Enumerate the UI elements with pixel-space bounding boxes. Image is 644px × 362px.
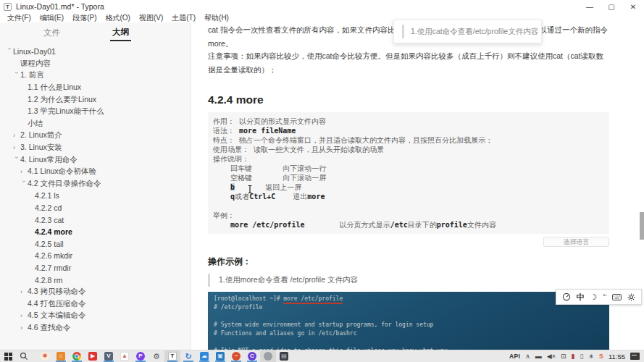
keyboard-icon[interactable]	[612, 294, 622, 300]
outline-item[interactable]: 4.2.3 cat	[0, 214, 191, 226]
close-button[interactable]: ✕	[622, 0, 644, 13]
tray-volume-muted-icon[interactable]: ◀×	[547, 353, 556, 360]
menu-item[interactable]: 文件(F)	[3, 13, 35, 23]
punctuation-mode-icon[interactable]: °’	[603, 293, 607, 300]
tray-display-icon[interactable]: ⊡	[561, 353, 566, 360]
outline-item[interactable]: 4.2.4 more	[0, 226, 191, 238]
menu-item[interactable]: 帮助(H)	[200, 13, 233, 23]
outline-item[interactable]: ›1. 前言	[0, 70, 191, 82]
app-media[interactable]: ▶	[85, 350, 101, 362]
chevron-right-icon[interactable]: ›	[20, 168, 28, 175]
outline-item-label: 4.3 拷贝移动命令	[28, 287, 86, 297]
section-heading[interactable]: 4.2.4 more	[208, 93, 609, 106]
tray-pin-icon[interactable]: ▯	[580, 353, 583, 360]
outline-item[interactable]: ›4. Linux常用命令	[0, 153, 191, 166]
outline-item[interactable]: 4.2.5 tail	[0, 238, 191, 251]
example-heading[interactable]: 操作示例：	[208, 256, 609, 268]
menu-item[interactable]: 主题(T)	[167, 13, 200, 23]
outline-item[interactable]: 小结	[0, 118, 191, 130]
tray-security-icon[interactable]: ▮	[571, 353, 574, 360]
outline-item[interactable]: 1.2 为什么要学Linux	[0, 93, 191, 106]
chevron-right-icon[interactable]: ›	[13, 132, 20, 139]
tray-api-label[interactable]: API	[509, 353, 520, 360]
tray-camera-icon[interactable]: ▬	[535, 353, 542, 360]
terminal-line	[214, 312, 609, 321]
outline-item-label: 1.1 什么是Linux	[28, 83, 81, 93]
terminal-screenshot-image[interactable]: [root@localhost ~]# more /etc/profile# /…	[208, 292, 609, 350]
app-colorful[interactable]: ✱	[37, 350, 53, 362]
tray-fan-icon[interactable]: ∗	[588, 353, 594, 360]
notification-center-icon[interactable]	[630, 353, 640, 360]
app-briefcase[interactable]: ▤	[276, 350, 292, 362]
outline-item[interactable]: ›4.2 文件目录操作命令	[0, 178, 191, 190]
paragraph-note[interactable]: 注意事项：如果内容比较少，使用cat命令比较方便。但是如果内容比较多（成百上千行…	[208, 49, 609, 77]
app-triangle[interactable]: ▲	[117, 350, 133, 362]
app-typora[interactable]: T	[164, 350, 180, 362]
app-chrome[interactable]	[69, 350, 85, 362]
taskbar-search-button[interactable]	[16, 350, 32, 362]
app-settings-gear[interactable]: ⚙	[149, 350, 164, 362]
outline-item[interactable]: ›2. Linux简介	[0, 130, 191, 142]
tray-sogou-icon[interactable]: S	[599, 353, 603, 360]
chevron-right-icon[interactable]: ›	[13, 144, 20, 151]
code-block[interactable]: 作用： 以分页的形式显示文件内容语法： more fileName特点： 独占一…	[208, 112, 609, 234]
tab-outline[interactable]: 大纲	[110, 24, 131, 41]
app-pycharm[interactable]: P	[133, 350, 149, 362]
outline-item[interactable]: ›4.5 文本编辑命令	[0, 310, 191, 322]
code-line: 使用场景： 读取一些大文件，且从头开始读取的场景	[213, 145, 603, 154]
app-home[interactable]: ⌂	[53, 350, 69, 362]
outline-item[interactable]: ›Linux-Day01	[0, 46, 191, 58]
outline-item[interactable]: 4.2.2 cd	[0, 202, 191, 214]
app-c-circle[interactable]: C	[244, 350, 260, 362]
outline-item[interactable]: ›4.1 Linux命令初体验	[0, 166, 191, 178]
app-colorful-icon: ✱	[41, 352, 49, 361]
terminal-line: # /etc/profile	[214, 303, 609, 312]
outline-item[interactable]: 4.2.6 mkdir	[0, 250, 191, 262]
blockquote[interactable]: 1.使用more命令查看 /etc/profile 文件内容	[208, 274, 609, 287]
chevron-down-icon[interactable]: ›	[6, 48, 13, 55]
code-line: 举例：	[213, 211, 603, 220]
app-vmware[interactable]: V	[101, 350, 117, 362]
maximize-button[interactable]: ▢	[601, 0, 622, 13]
title-bar: T Linux-Day01.md* - Typora — ▢ ✕	[0, 0, 644, 13]
app-gray-circle[interactable]	[260, 350, 276, 362]
paragraph-text: 可以通过一个新的指令	[532, 25, 608, 35]
outline-item[interactable]: 1.3 学完Linux能干什么	[0, 106, 191, 118]
outline-item[interactable]: ›4.3 拷贝移动命令	[0, 286, 191, 298]
app-sync[interactable]: ↻	[180, 350, 196, 362]
outline-item[interactable]: ›4.6 查找命令	[0, 322, 191, 334]
menu-item[interactable]: 段落(P)	[68, 13, 101, 23]
chevron-right-icon[interactable]: ›	[20, 324, 28, 332]
chinese-mode-indicator[interactable]: 中	[577, 292, 585, 303]
moon-icon[interactable]: ☽	[590, 292, 597, 302]
outline-item[interactable]: 4.2.8 rm	[0, 274, 191, 286]
menu-item[interactable]: 视图(V)	[135, 13, 167, 23]
gauge-icon[interactable]	[562, 292, 571, 301]
outline-item[interactable]: 4.4 打包压缩命令	[0, 298, 191, 310]
outline-item[interactable]: ›3. Linux安装	[0, 142, 191, 154]
outline-item[interactable]: 4.2.7 rmdir	[0, 262, 191, 274]
chevron-down-icon[interactable]: ›	[13, 156, 20, 164]
minimize-button[interactable]: —	[579, 0, 601, 13]
terminal-line: # Functions and aliases go in /etc/bashr…	[214, 329, 609, 338]
chevron-down-icon[interactable]: ›	[20, 180, 28, 188]
app-remote[interactable]: ▣	[212, 350, 228, 362]
tray-clock[interactable]: 11:55	[609, 353, 625, 361]
menu-item[interactable]: 格式(O)	[101, 13, 134, 23]
gear-icon[interactable]	[627, 293, 635, 301]
select-language-button[interactable]: 选择语言	[543, 237, 609, 247]
outline-item[interactable]: 1.1 什么是Linux	[0, 82, 191, 94]
app-fox[interactable]: ~	[228, 350, 244, 362]
menu-item[interactable]: 编辑(E)	[35, 13, 68, 23]
app-cloud[interactable]: ☁	[196, 350, 212, 362]
chevron-right-icon[interactable]: ›	[20, 288, 28, 295]
start-button[interactable]	[0, 350, 16, 362]
outline-item[interactable]: 4.2.1 ls	[0, 190, 191, 202]
chevron-right-icon[interactable]: ›	[20, 312, 28, 319]
vertical-scrollbar-thumb[interactable]	[640, 212, 644, 240]
tray-expand-chevron[interactable]: ∧	[525, 353, 530, 360]
chevron-down-icon[interactable]: ›	[13, 72, 20, 79]
outline-item-label: 4.2.5 tail	[35, 240, 64, 248]
outline-item[interactable]: 课程内容	[0, 58, 191, 70]
tab-files[interactable]: 文件	[41, 25, 62, 41]
